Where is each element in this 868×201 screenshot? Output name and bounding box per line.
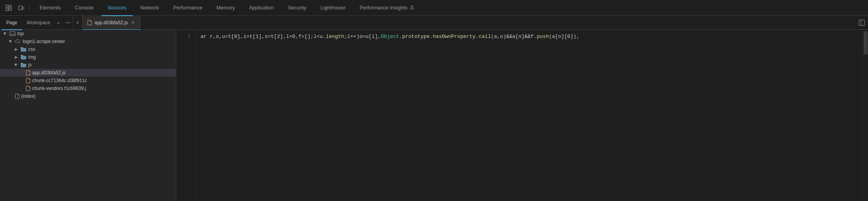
folder-js-icon (20, 63, 27, 68)
chevron-origin: ▶ (8, 39, 13, 44)
svg-point-6 (66, 22, 67, 23)
more-tabs-button[interactable]: » (55, 20, 62, 25)
three-dots-icon (65, 20, 71, 25)
tree-item-css[interactable]: ▶ css (0, 45, 176, 53)
chevron-js: ▶ (13, 62, 19, 68)
flask-icon (410, 5, 414, 10)
svg-rect-4 (19, 6, 22, 10)
tab-console[interactable]: Console (69, 0, 100, 16)
panel-icon (859, 20, 865, 26)
tab-network[interactable]: Network (134, 0, 166, 16)
main-area: ▶ top ▶ login1.scrape.center ▶ css (0, 30, 868, 201)
svg-rect-1 (9, 5, 11, 7)
chunk-vendors-file-icon (26, 86, 31, 91)
tree-item-origin[interactable]: ▶ login1.scrape.center (0, 38, 176, 45)
svg-rect-15 (21, 64, 26, 67)
tree-item-js[interactable]: ▶ js (0, 61, 176, 69)
index-file-icon (15, 93, 20, 99)
svg-point-8 (69, 22, 70, 23)
file-tab-area: app.d03bfa52.js ✕ (73, 16, 868, 30)
top-frame-icon (9, 31, 16, 36)
svg-rect-2 (6, 8, 8, 11)
svg-rect-5 (22, 7, 24, 9)
code-content[interactable]: ar r,o,u=t[0],i=t[1],s=t[2],l=0,f=[];l<u… (196, 30, 863, 201)
devtools-toolbar: Elements Console Sources Network Perform… (0, 0, 868, 16)
svg-rect-9 (859, 20, 864, 25)
js-file-icon (87, 20, 92, 25)
svg-rect-14 (21, 56, 26, 59)
tab-left-arrow[interactable] (73, 16, 83, 30)
tree-item-index[interactable]: ▶ (index) (0, 92, 176, 100)
chevron-top: ▶ (2, 31, 8, 36)
tree-item-chunk-vendors[interactable]: ▶ chunk-vendors.f1c69639.j (0, 84, 176, 92)
tab-performance-insights[interactable]: Performance insights (353, 0, 421, 16)
tab-security[interactable]: Security (282, 0, 313, 16)
tab-memory[interactable]: Memory (210, 0, 241, 16)
sidebar-toggle-button[interactable] (857, 18, 866, 27)
toolbar-divider-1 (30, 4, 30, 12)
svg-point-7 (68, 22, 69, 23)
svg-rect-3 (9, 8, 11, 11)
tab-sources[interactable]: Sources (101, 0, 133, 16)
arrow-left-icon (76, 21, 80, 25)
file-tree-sidebar: ▶ top ▶ login1.scrape.center ▶ css (0, 30, 176, 201)
tab-lighthouse[interactable]: Lighthouse (314, 0, 352, 16)
chunk-cc7-file-icon (26, 78, 31, 83)
origin-icon (15, 39, 21, 44)
tree-item-chunk-cc7[interactable]: ▶ chunk-cc71364c.d38f911c (0, 77, 176, 84)
line-numbers: 1 (176, 30, 196, 201)
inspect-icon[interactable] (3, 2, 14, 13)
tab-page[interactable]: Page (2, 16, 22, 30)
tab-application[interactable]: Application (243, 0, 280, 16)
chevron-img: ▶ (13, 54, 19, 60)
tree-item-top[interactable]: ▶ top (0, 30, 176, 38)
minimap-viewport[interactable] (864, 31, 868, 55)
secondary-bar: Page Workspace » app.d03bfa52.js ✕ (0, 16, 868, 30)
chevron-css: ▶ (13, 47, 19, 52)
device-toggle-icon[interactable] (16, 2, 27, 13)
code-editor: 1 ar r,o,u=t[0],i=t[1],s=t[2],l=0,f=[];l… (176, 30, 868, 201)
tree-item-app-js[interactable]: ▶ app.d03bfa52.js (0, 69, 176, 77)
folder-css-icon (20, 47, 27, 52)
tree-item-img[interactable]: ▶ img (0, 53, 176, 61)
js-file-tree-icon (26, 70, 31, 75)
tab-workspace[interactable]: Workspace (22, 16, 55, 30)
folder-img-icon (20, 55, 27, 60)
svg-rect-11 (10, 32, 15, 36)
file-tab-app-js[interactable]: app.d03bfa52.js ✕ (83, 16, 141, 30)
tab-performance[interactable]: Performance (167, 0, 208, 16)
secondary-more-menu[interactable] (63, 18, 73, 27)
svg-rect-0 (6, 5, 8, 7)
close-file-tab-button[interactable]: ✕ (130, 20, 136, 25)
minimap (863, 30, 868, 201)
svg-rect-13 (21, 48, 26, 52)
tab-elements[interactable]: Elements (33, 0, 67, 16)
